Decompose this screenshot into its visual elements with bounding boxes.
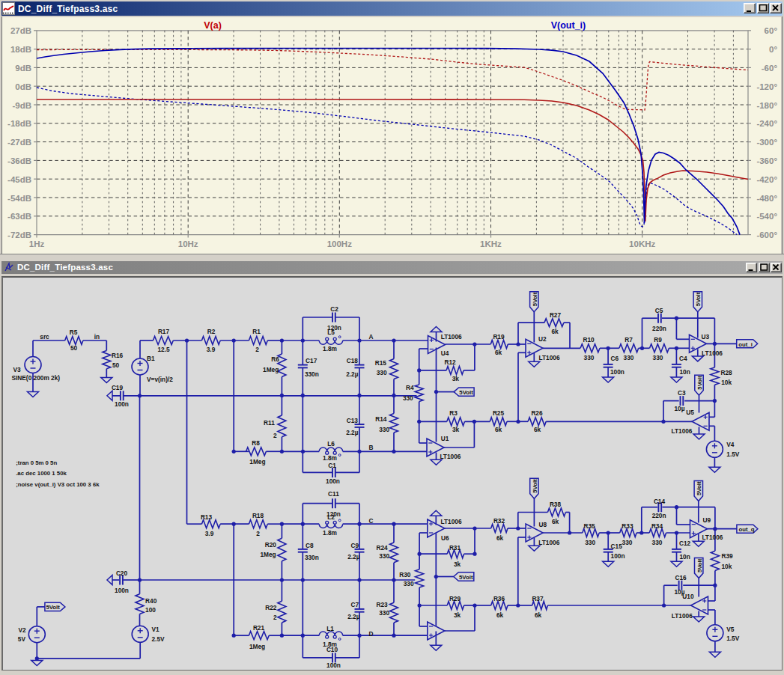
svg-text:C13: C13 bbox=[346, 417, 358, 424]
svg-text:R10: R10 bbox=[583, 336, 595, 343]
svg-text:B1: B1 bbox=[147, 354, 155, 361]
svg-text:-45dB: -45dB bbox=[7, 175, 31, 184]
svg-text:100n: 100n bbox=[610, 368, 625, 376]
svg-text:C: C bbox=[368, 517, 373, 525]
svg-text:R21: R21 bbox=[252, 623, 264, 631]
svg-text:C12: C12 bbox=[679, 539, 691, 546]
svg-text:U3: U3 bbox=[701, 332, 709, 340]
svg-text:R36: R36 bbox=[493, 594, 505, 602]
svg-text:L5: L5 bbox=[327, 328, 335, 335]
svg-text:R40: R40 bbox=[145, 596, 157, 604]
svg-text:10k: 10k bbox=[721, 562, 732, 569]
svg-text:V4: V4 bbox=[726, 440, 735, 448]
svg-text:;noise v(out_i) V3 oct 100 3 6: ;noise v(out_i) V3 oct 100 3 6k bbox=[16, 480, 100, 487]
svg-text:2.2µ: 2.2µ bbox=[346, 429, 359, 436]
svg-text:D: D bbox=[368, 629, 373, 637]
svg-text:5Volt: 5Volt bbox=[459, 573, 473, 580]
svg-text:R38: R38 bbox=[549, 500, 561, 507]
svg-text:2: 2 bbox=[273, 431, 276, 439]
svg-text:6k: 6k bbox=[551, 328, 559, 335]
svg-text:R19: R19 bbox=[493, 332, 505, 340]
svg-text:C6: C6 bbox=[610, 354, 619, 361]
svg-text:L1: L1 bbox=[326, 625, 334, 632]
svg-text:R13: R13 bbox=[200, 513, 212, 521]
svg-text:C18: C18 bbox=[346, 356, 358, 364]
svg-text:R25: R25 bbox=[492, 409, 504, 417]
svg-text:-180°: -180° bbox=[756, 101, 777, 110]
svg-text:L6: L6 bbox=[327, 439, 335, 447]
svg-text:6k: 6k bbox=[551, 518, 559, 525]
svg-text:12.5: 12.5 bbox=[157, 346, 170, 353]
svg-text:out_i: out_i bbox=[738, 340, 753, 347]
svg-text:R37: R37 bbox=[532, 594, 544, 602]
svg-text:330: 330 bbox=[402, 394, 413, 402]
svg-text:-63dB: -63dB bbox=[7, 212, 31, 221]
svg-text:3k: 3k bbox=[453, 561, 461, 568]
svg-text:100Hz: 100Hz bbox=[327, 239, 352, 248]
svg-text:R5: R5 bbox=[69, 328, 77, 335]
svg-text:330: 330 bbox=[379, 609, 389, 617]
svg-text:C19: C19 bbox=[111, 383, 123, 391]
svg-text:V1: V1 bbox=[151, 626, 159, 633]
svg-text:C4: C4 bbox=[679, 354, 687, 361]
svg-text:27dB: 27dB bbox=[10, 26, 31, 35]
svg-text:R14: R14 bbox=[375, 415, 387, 422]
svg-text:R22: R22 bbox=[265, 604, 277, 611]
svg-text:R27: R27 bbox=[549, 311, 561, 318]
svg-text:0dB: 0dB bbox=[15, 82, 31, 91]
svg-text:220n: 220n bbox=[652, 324, 666, 332]
svg-text:R16: R16 bbox=[111, 351, 123, 358]
svg-text:5V: 5V bbox=[17, 635, 25, 642]
svg-text:C8: C8 bbox=[306, 541, 314, 549]
svg-text:1.8m: 1.8m bbox=[323, 641, 337, 648]
svg-text:6k: 6k bbox=[534, 611, 541, 619]
svg-text:5Volt: 5Volt bbox=[46, 604, 60, 611]
svg-text:330: 330 bbox=[376, 369, 386, 376]
svg-text:330: 330 bbox=[622, 539, 632, 546]
svg-text:6k: 6k bbox=[496, 611, 503, 619]
svg-text:330: 330 bbox=[623, 353, 633, 361]
svg-text:R33: R33 bbox=[622, 522, 633, 529]
svg-text:100n: 100n bbox=[326, 662, 341, 669]
svg-text:R30: R30 bbox=[399, 570, 411, 578]
svg-text:10KHz: 10KHz bbox=[629, 239, 655, 248]
svg-text:C7: C7 bbox=[350, 600, 359, 608]
svg-text:U9: U9 bbox=[702, 516, 711, 524]
svg-text:C9: C9 bbox=[350, 541, 359, 549]
svg-text:2.5V: 2.5V bbox=[151, 635, 165, 642]
svg-text:V(a): V(a) bbox=[204, 20, 222, 31]
svg-text:V2: V2 bbox=[18, 626, 26, 633]
svg-text:R20: R20 bbox=[264, 541, 276, 549]
svg-text:R39: R39 bbox=[721, 552, 733, 559]
svg-text:10µ: 10µ bbox=[674, 404, 684, 412]
svg-text:0°: 0° bbox=[769, 45, 777, 54]
svg-text:9dB: 9dB bbox=[15, 64, 31, 73]
svg-text:-420°: -420° bbox=[756, 175, 777, 184]
svg-text:3k: 3k bbox=[453, 611, 461, 618]
svg-text:LT1006: LT1006 bbox=[702, 534, 723, 541]
svg-text:out_q: out_q bbox=[738, 525, 754, 532]
svg-text:R28: R28 bbox=[720, 369, 732, 376]
svg-text:-18dB: -18dB bbox=[7, 119, 31, 128]
svg-text:U4: U4 bbox=[440, 349, 449, 356]
svg-text:3k: 3k bbox=[452, 374, 459, 382]
svg-text:R18: R18 bbox=[252, 512, 264, 519]
svg-text:330n: 330n bbox=[304, 370, 318, 377]
svg-text:1KHz: 1KHz bbox=[480, 239, 502, 248]
svg-text:R6: R6 bbox=[271, 355, 279, 362]
svg-text:V3: V3 bbox=[13, 365, 21, 373]
svg-text:2: 2 bbox=[255, 346, 259, 353]
svg-text:5Volt: 5Volt bbox=[695, 292, 702, 306]
svg-text:1.8m: 1.8m bbox=[323, 344, 337, 352]
svg-text:C1: C1 bbox=[328, 461, 336, 468]
svg-text:R2: R2 bbox=[207, 328, 215, 335]
svg-text:U10: U10 bbox=[682, 593, 694, 600]
svg-text:R3: R3 bbox=[449, 409, 458, 417]
svg-text:U2: U2 bbox=[538, 335, 546, 343]
svg-text:LT1006: LT1006 bbox=[440, 453, 461, 460]
svg-text:1Meg: 1Meg bbox=[249, 643, 264, 650]
svg-text:-72dB: -72dB bbox=[7, 230, 31, 239]
svg-text:LT1006: LT1006 bbox=[440, 517, 461, 525]
svg-text:1Hz: 1Hz bbox=[29, 239, 45, 248]
svg-text:5Volt: 5Volt bbox=[696, 481, 702, 495]
